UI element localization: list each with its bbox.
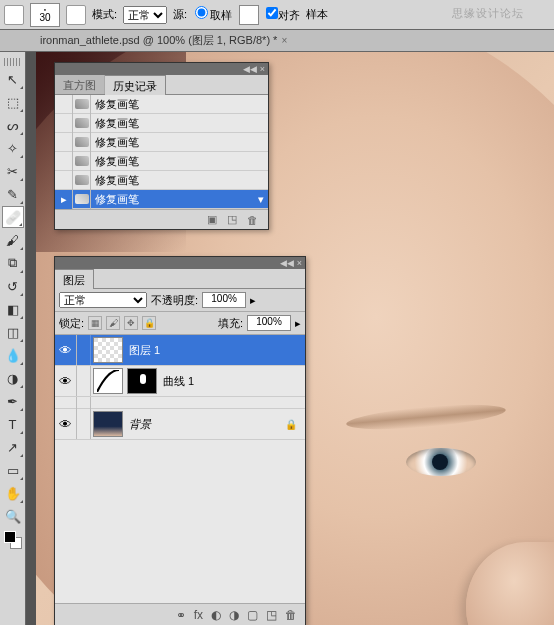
shape-tool[interactable]: ▭: [2, 459, 24, 481]
brush-preset[interactable]: 30: [30, 3, 60, 27]
brush-tool[interactable]: 🖌: [2, 229, 24, 251]
collapse-icon[interactable]: ◀◀: [280, 258, 294, 268]
layer-link[interactable]: [77, 335, 91, 365]
layers-list: 👁 图层 1 👁 曲线 1 👁 背景 🔒: [55, 335, 305, 603]
tab-layers[interactable]: 图层: [55, 269, 94, 289]
layer-name[interactable]: 曲线 1: [159, 374, 194, 389]
move-tool[interactable]: ↖: [2, 68, 24, 90]
layer-row[interactable]: 👁 图层 1: [55, 335, 305, 366]
layers-panel: ◀◀ × 图层 正常 不透明度: 100% ▸ 锁定: ▦ 🖌 ✥ 🔒 填充: …: [54, 256, 306, 625]
history-item[interactable]: 修复画笔: [55, 95, 268, 114]
visibility-icon[interactable]: 👁: [55, 366, 77, 396]
document-tab-bar: ironman_athlete.psd @ 100% (图层 1, RGB/8*…: [0, 30, 554, 52]
new-layer-icon[interactable]: ◳: [266, 608, 277, 622]
collapse-icon[interactable]: ◀◀: [243, 64, 257, 74]
watermark: 思缘设计论坛: [452, 6, 524, 21]
type-tool[interactable]: T: [2, 413, 24, 435]
lasso-tool[interactable]: ᔕ: [2, 114, 24, 136]
panel-header[interactable]: ◀◀ ×: [55, 63, 268, 75]
eyedropper-tool[interactable]: ✎: [2, 183, 24, 205]
slider-arrow-icon[interactable]: ▸: [250, 294, 256, 307]
layer-row[interactable]: 👁 曲线 1: [55, 366, 305, 397]
mask-icon[interactable]: ◐: [211, 608, 221, 622]
pen-tool[interactable]: ✒: [2, 390, 24, 412]
layer-name[interactable]: 图层 1: [125, 343, 160, 358]
mode-label: 模式:: [92, 7, 117, 22]
source-label: 源:: [173, 7, 187, 22]
link-layers-icon[interactable]: ⚭: [176, 608, 186, 622]
layer-thumbnail[interactable]: [93, 411, 123, 437]
history-item[interactable]: 修复画笔: [55, 152, 268, 171]
history-list: 修复画笔 修复画笔 修复画笔 修复画笔 修复画笔 ▸修复画笔▾: [55, 95, 268, 209]
layer-row[interactable]: 👁 背景 🔒: [55, 409, 305, 440]
hand-tool[interactable]: ✋: [2, 482, 24, 504]
wand-tool[interactable]: ✧: [2, 137, 24, 159]
lock-move-icon[interactable]: ✥: [124, 316, 138, 330]
visibility-icon[interactable]: 👁: [55, 409, 77, 439]
trash-icon[interactable]: 🗑: [285, 608, 297, 622]
layers-tabs: 图层: [55, 269, 305, 289]
tab-history[interactable]: 历史记录: [105, 75, 166, 95]
aligned-checkbox[interactable]: [266, 7, 278, 19]
tab-histogram[interactable]: 直方图: [55, 75, 105, 94]
layer-mask-thumbnail[interactable]: [127, 368, 157, 394]
panel-header[interactable]: ◀◀ ×: [55, 257, 305, 269]
lock-icon: 🔒: [285, 419, 297, 430]
layer-link[interactable]: [77, 409, 91, 439]
new-doc-icon[interactable]: ◳: [227, 213, 237, 226]
close-document-icon[interactable]: ×: [281, 35, 287, 46]
zoom-tool[interactable]: 🔍: [2, 505, 24, 527]
color-swatch[interactable]: [4, 531, 22, 549]
close-panel-icon[interactable]: ×: [297, 258, 302, 268]
history-item[interactable]: ▸修复画笔▾: [55, 190, 268, 209]
sample-label: 样本: [306, 7, 328, 22]
lock-paint-icon[interactable]: 🖌: [106, 316, 120, 330]
history-panel: ◀◀ × 直方图 历史记录 修复画笔 修复画笔 修复画笔 修复画笔 修复画笔 ▸…: [54, 62, 269, 230]
aligned-option[interactable]: 对齐: [266, 7, 300, 23]
fill-field[interactable]: 100%: [247, 315, 291, 331]
marquee-tool[interactable]: ⬚: [2, 91, 24, 113]
slider-arrow-icon[interactable]: ▸: [295, 317, 301, 330]
blend-mode-select[interactable]: 正常: [123, 6, 167, 24]
tool-preset-icon[interactable]: [4, 5, 24, 25]
eraser-tool[interactable]: ◧: [2, 298, 24, 320]
pattern-box[interactable]: [239, 5, 259, 25]
new-snapshot-icon[interactable]: ▣: [207, 213, 217, 226]
workspace: ↖ ⬚ ᔕ ✧ ✂ ✎ 🩹 🖌 ⧉ ↺ ◧ ◫ 💧 ◑ ✒ T ↗ ▭ ✋ 🔍 …: [0, 52, 554, 625]
source-sampled-radio[interactable]: [195, 6, 208, 19]
layer-link[interactable]: [77, 366, 91, 396]
layer-lock-row: 锁定: ▦ 🖌 ✥ 🔒 填充: 100% ▸: [55, 312, 305, 335]
photo-eye: [406, 448, 476, 476]
adjustment-icon[interactable]: ◑: [229, 608, 239, 622]
lock-all-icon[interactable]: 🔒: [142, 316, 156, 330]
gradient-tool[interactable]: ◫: [2, 321, 24, 343]
blur-tool[interactable]: 💧: [2, 344, 24, 366]
source-sampled-option[interactable]: 取样: [193, 6, 232, 23]
path-tool[interactable]: ↗: [2, 436, 24, 458]
history-item[interactable]: 修复画笔: [55, 171, 268, 190]
history-brush-tool[interactable]: ↺: [2, 275, 24, 297]
trash-icon[interactable]: 🗑: [247, 214, 258, 226]
history-cursor-icon: ▸: [55, 190, 73, 209]
history-item[interactable]: 修复画笔: [55, 114, 268, 133]
lock-transparent-icon[interactable]: ▦: [88, 316, 102, 330]
lock-label: 锁定:: [59, 316, 84, 331]
fx-icon[interactable]: fx: [194, 608, 203, 622]
layer-thumbnail[interactable]: [93, 368, 123, 394]
toolbox-grip[interactable]: [4, 58, 21, 66]
close-panel-icon[interactable]: ×: [260, 64, 265, 74]
stamp-tool[interactable]: ⧉: [2, 252, 24, 274]
history-scroll-icon[interactable]: ▾: [254, 193, 268, 206]
layer-blend-select[interactable]: 正常: [59, 292, 147, 308]
brush-panel-toggle[interactable]: [66, 5, 86, 25]
healing-brush-tool[interactable]: 🩹: [2, 206, 24, 228]
visibility-icon[interactable]: 👁: [55, 335, 77, 365]
document-title[interactable]: ironman_athlete.psd @ 100% (图层 1, RGB/8*…: [40, 33, 277, 48]
opacity-field[interactable]: 100%: [202, 292, 246, 308]
dodge-tool[interactable]: ◑: [2, 367, 24, 389]
history-item[interactable]: 修复画笔: [55, 133, 268, 152]
layer-thumbnail[interactable]: [93, 337, 123, 363]
crop-tool[interactable]: ✂: [2, 160, 24, 182]
layer-name[interactable]: 背景: [125, 417, 151, 432]
group-icon[interactable]: ▢: [247, 608, 258, 622]
